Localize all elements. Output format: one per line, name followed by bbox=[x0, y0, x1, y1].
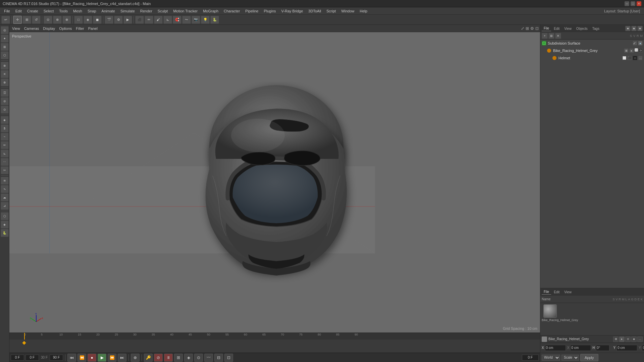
extra-btn-2[interactable]: ◈ bbox=[1, 221, 9, 229]
panel-btn[interactable]: ⊡ bbox=[224, 354, 233, 362]
pen-btn[interactable]: ✏ bbox=[145, 16, 153, 24]
helmet-dot-2[interactable]: ⬛ bbox=[627, 56, 632, 60]
knife-btn[interactable]: ◈ bbox=[1, 116, 9, 124]
pause-key-btn[interactable]: ⏸ bbox=[164, 354, 173, 362]
viewport[interactable]: Perspective Grid Spacing : 10 cm X Z Y bbox=[9, 32, 540, 333]
menu-render[interactable]: Render bbox=[138, 8, 155, 14]
snap-btn[interactable]: 🧲 bbox=[173, 16, 181, 24]
menu-character[interactable]: Character bbox=[221, 8, 243, 14]
cameras-menu[interactable]: Cameras bbox=[23, 26, 41, 31]
rotate-tool-lp-btn[interactable]: ⬡ bbox=[1, 51, 9, 59]
menu-motion-tracker[interactable]: Motion Tracker bbox=[170, 8, 200, 14]
timeline-btn[interactable]: ◈ bbox=[184, 354, 193, 362]
y-pos-input[interactable] bbox=[616, 345, 637, 351]
motion-record-btn[interactable]: ⊕ bbox=[131, 354, 140, 362]
obj-item-helmet-grey[interactable]: Bike_Racing_Helmet_Grey ⊞ ▸ ⊙ bbox=[540, 47, 644, 54]
bookmark-icon-1[interactable]: ★ bbox=[625, 26, 631, 31]
mat-icon-1[interactable]: ⊞ bbox=[613, 337, 619, 342]
minimize-button[interactable]: ─ bbox=[625, 1, 629, 6]
sculpt-btn[interactable]: ⊾ bbox=[163, 16, 172, 24]
tilde-btn[interactable]: ~ bbox=[1, 133, 9, 141]
scale-mode-dropdown[interactable]: Scale Size bbox=[561, 355, 579, 361]
frame-counter[interactable] bbox=[522, 355, 539, 361]
edge-mode-btn[interactable]: ◈ bbox=[84, 16, 92, 24]
y-rot-input[interactable] bbox=[642, 345, 644, 351]
go-to-start-btn[interactable]: ⏮ bbox=[67, 354, 76, 362]
mat-tab-file[interactable]: File bbox=[542, 289, 551, 295]
view-menu[interactable]: View bbox=[11, 26, 21, 31]
normal-axis-btn[interactable]: ⊕ bbox=[62, 16, 71, 24]
go-to-end-btn[interactable]: ⏭ bbox=[118, 354, 126, 362]
omt-new-btn[interactable]: + bbox=[542, 33, 548, 39]
maximize-button[interactable]: □ bbox=[631, 1, 635, 6]
fcurve-btn[interactable]: 〰 bbox=[204, 354, 213, 362]
panel-menu[interactable]: Panel bbox=[87, 26, 99, 31]
close-button[interactable]: ✕ bbox=[637, 1, 641, 6]
record-btn[interactable]: ● bbox=[88, 354, 96, 362]
x-rot-input[interactable] bbox=[570, 345, 591, 351]
menu-pipeline[interactable]: Pipeline bbox=[243, 8, 261, 14]
subd-vis-icon[interactable]: ● bbox=[638, 41, 643, 46]
face-btn[interactable]: ⊕ bbox=[1, 78, 9, 86]
mat-icon-2[interactable]: ▸ bbox=[619, 337, 625, 342]
schematic-btn[interactable]: ⊞ bbox=[174, 354, 183, 362]
viewport-layout-icon[interactable]: ⊞ bbox=[526, 26, 529, 31]
menu-mograph[interactable]: MoGraph bbox=[200, 8, 221, 14]
mat-icon-3[interactable]: ⊙ bbox=[625, 337, 631, 342]
menu-sculpt[interactable]: Sculpt bbox=[155, 8, 171, 14]
arc-btn[interactable]: ⊾ bbox=[1, 149, 9, 158]
scissors-btn[interactable]: ✂ bbox=[1, 166, 9, 174]
extrude-btn[interactable]: ⊙ bbox=[1, 106, 9, 114]
line-btn[interactable]: ✏ bbox=[1, 141, 9, 149]
helmet-extra-btn[interactable]: … bbox=[638, 56, 643, 60]
bookmark-icon-2[interactable]: ★ bbox=[631, 26, 637, 31]
start-frame-input[interactable] bbox=[11, 355, 24, 361]
mat-tab-view[interactable]: View bbox=[562, 290, 574, 295]
subd-check-icon[interactable]: ✓ bbox=[633, 41, 637, 46]
keyframe-marker[interactable] bbox=[22, 341, 26, 345]
scale-tool-button[interactable]: ⊞ bbox=[22, 16, 31, 24]
deform-btn[interactable]: 〜 bbox=[182, 16, 191, 24]
menu-edit[interactable]: Edit bbox=[13, 8, 24, 14]
menu-file[interactable]: File bbox=[1, 8, 13, 14]
undo-button[interactable]: ↩ bbox=[1, 16, 10, 24]
light-btn[interactable]: 💡 bbox=[201, 16, 210, 24]
mat-icon-4[interactable]: ◈ bbox=[631, 337, 637, 342]
menu-create[interactable]: Create bbox=[24, 8, 41, 14]
scale-tool-lp-btn[interactable]: ⊞ bbox=[1, 43, 9, 51]
paint-btn[interactable]: 🖌 bbox=[154, 16, 163, 24]
menu-tools[interactable]: Tools bbox=[56, 8, 70, 14]
cloud-btn[interactable]: ☁ bbox=[1, 193, 9, 201]
tri-btn[interactable]: ⊿ bbox=[1, 202, 9, 210]
cube-btn[interactable]: ⬛ bbox=[135, 16, 144, 24]
omt-group-btn[interactable]: ⊞ bbox=[548, 33, 554, 39]
obj-tab-objects[interactable]: Objects bbox=[574, 26, 590, 31]
rotate-tool-button[interactable]: ↺ bbox=[32, 16, 41, 24]
snap-lp-btn[interactable]: ⊘ bbox=[1, 97, 9, 105]
omt-delete-btn[interactable]: ✕ bbox=[555, 33, 561, 39]
dollar-btn[interactable]: $ bbox=[1, 124, 9, 132]
dots-btn[interactable]: ⋯ bbox=[1, 158, 9, 166]
mat-tab-edit[interactable]: Edit bbox=[552, 290, 561, 295]
x-pos-input[interactable] bbox=[545, 345, 566, 351]
play-btn[interactable]: ▶ bbox=[98, 354, 106, 362]
poly-mode-btn[interactable]: ◼ bbox=[93, 16, 102, 24]
points-btn[interactable]: ⊗ bbox=[1, 62, 9, 70]
mat-item-helmet-grey[interactable]: Bike_Racing_Helmet_Grey bbox=[542, 304, 558, 322]
helmet-grey-render-icon[interactable]: ⊙ bbox=[639, 48, 643, 52]
camera-btn[interactable]: 📷 bbox=[192, 16, 200, 24]
mat-icon-5[interactable]: … bbox=[637, 337, 643, 342]
h-input[interactable] bbox=[596, 345, 609, 351]
extra-btn-1[interactable]: ⬡ bbox=[1, 212, 9, 220]
menu-script[interactable]: Script bbox=[324, 8, 338, 14]
coord-system-dropdown[interactable]: World Object Local bbox=[542, 355, 560, 361]
obj-item-helmet[interactable]: Helmet ⬜ ⬛ ⊙ … bbox=[540, 54, 644, 62]
move-tool-lp-btn[interactable]: ✦ bbox=[1, 35, 9, 43]
viewport-fullscreen-icon[interactable]: ⊡ bbox=[535, 26, 539, 31]
step-fwd-btn[interactable]: ⏩ bbox=[108, 354, 116, 362]
curl-btn[interactable]: ∿ bbox=[1, 185, 9, 193]
obj-item-subd[interactable]: Subdivision Surface ✓ ● bbox=[540, 40, 644, 47]
end-frame-input[interactable] bbox=[50, 355, 63, 361]
apply-button[interactable]: Apply bbox=[580, 354, 598, 361]
menu-simulate[interactable]: Simulate bbox=[118, 8, 138, 14]
